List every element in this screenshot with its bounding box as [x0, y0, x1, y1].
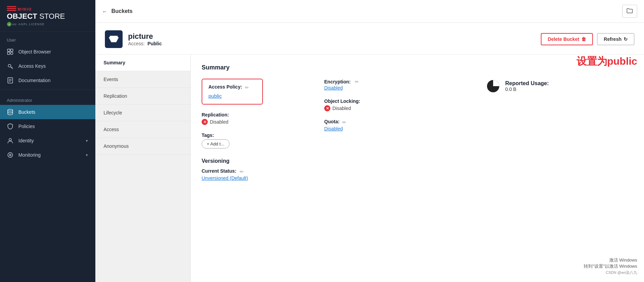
svg-rect-23 — [111, 41, 116, 42]
svg-text:A: A — [9, 23, 10, 26]
svg-rect-22 — [110, 40, 117, 41]
replication-field: Replication: ✕ Disabled — [202, 112, 311, 125]
svg-point-18 — [10, 154, 11, 156]
sidebar-item-access-keys[interactable]: Access Keys — [0, 59, 95, 73]
tags-field: Tags: + Add t... — [202, 132, 311, 148]
refresh-label: Refresh — [604, 36, 622, 42]
object-browser-icon — [7, 48, 14, 55]
access-keys-icon — [7, 63, 14, 69]
topbar-actions — [622, 5, 637, 18]
tab-replication[interactable]: Replication — [95, 88, 190, 105]
summary-title: Summary — [202, 64, 633, 71]
refresh-button[interactable]: Refresh ↻ — [597, 33, 634, 45]
svg-rect-6 — [7, 49, 10, 51]
versioning-section: Versioning Current Status: ✏ Unversioned… — [202, 158, 633, 181]
topbar: ← Buckets — [95, 0, 644, 23]
sidebar-item-monitoring[interactable]: Monitoring ▼ — [0, 148, 95, 162]
svg-point-9 — [11, 52, 13, 54]
quota-value[interactable]: Disabled — [324, 126, 343, 131]
tab-navigation: Summary Events Replication Lifecycle Acc… — [95, 54, 191, 282]
bucket-icon — [105, 30, 123, 48]
sidebar-item-policies[interactable]: Policies — [0, 119, 95, 134]
identity-chevron-icon: ▼ — [85, 139, 89, 143]
current-status-edit-icon[interactable]: ✏ — [240, 169, 244, 174]
summary-panel: 设置为public Summary Access Policy: ✏ pub — [191, 54, 644, 282]
svg-rect-2 — [7, 6, 16, 7]
svg-point-15 — [8, 109, 13, 111]
encryption-edit-icon[interactable]: ✏ — [355, 79, 359, 84]
tab-summary[interactable]: Summary — [95, 54, 190, 71]
sidebar-item-label: Access Keys — [18, 63, 46, 69]
content-area: Summary Events Replication Lifecycle Acc… — [95, 54, 644, 282]
tags-label: Tags: — [202, 132, 311, 138]
tab-anonymous[interactable]: Anonymous — [95, 138, 190, 155]
access-policy-field: Access Policy: ✏ public — [202, 79, 311, 105]
replication-disabled-icon: ✕ — [202, 119, 208, 125]
sidebar-item-buckets[interactable]: Buckets — [0, 105, 95, 119]
refresh-icon: ↻ — [624, 36, 628, 42]
quota-edit-icon[interactable]: ✏ — [342, 120, 346, 125]
objectstore-label: OBJECT STORE — [7, 12, 89, 20]
delete-bucket-button[interactable]: Delete Bucket 🗑 — [541, 33, 593, 45]
bucket-access: Access: Public — [128, 41, 162, 46]
bucket-info: picture Access: Public — [105, 30, 162, 48]
usage-pie-chart — [486, 79, 501, 94]
bucket-name: picture — [128, 32, 162, 41]
sidebar-item-object-browser[interactable]: Object Browser — [0, 45, 95, 59]
main-content: ← Buckets picture Ac — [95, 0, 644, 282]
sidebar-item-documentation[interactable]: Documentation — [0, 73, 95, 88]
object-locking-field: Object Locking: ✕ Disabled — [324, 98, 472, 111]
identity-icon — [7, 137, 14, 144]
object-locking-value: ✕ Disabled — [324, 105, 472, 111]
encryption-label: Encryption: — [324, 79, 351, 84]
quota-field: Quota: ✏ Disabled — [324, 119, 472, 132]
documentation-icon — [7, 77, 14, 84]
replication-value: ✕ Disabled — [202, 119, 311, 125]
versioning-title: Versioning — [202, 158, 633, 164]
tab-lifecycle[interactable]: Lifecycle — [95, 105, 190, 121]
folder-button[interactable] — [622, 5, 637, 18]
reported-usage-value: 0.0 B — [505, 87, 549, 92]
sidebar: MINIO OBJECT STORE AAGPL AGPL LICENSE Us… — [0, 0, 95, 282]
svg-rect-1 — [7, 10, 16, 11]
svg-rect-7 — [11, 49, 13, 51]
trash-icon: 🗑 — [581, 36, 586, 42]
policies-icon — [7, 123, 14, 130]
sidebar-item-label: Identity — [18, 138, 34, 143]
current-status-value[interactable]: Unversioned (Default) — [202, 175, 248, 181]
tab-access[interactable]: Access — [95, 121, 190, 138]
access-policy-box: Access Policy: ✏ public — [202, 79, 263, 105]
sidebar-item-identity[interactable]: Identity ▼ — [0, 134, 95, 148]
encryption-field: Encryption: ✏ Disabled — [324, 79, 472, 91]
access-policy-value[interactable]: public — [208, 93, 222, 99]
license-area: AAGPL AGPL LICENSE — [7, 22, 89, 27]
svg-rect-20 — [109, 37, 119, 38]
monitoring-icon — [7, 152, 14, 158]
tab-events[interactable]: Events — [95, 71, 190, 88]
sidebar-item-label: Monitoring — [18, 152, 41, 158]
encryption-value[interactable]: Disabled — [324, 85, 343, 91]
reported-usage-area: Reported Usage: 0.0 B — [486, 79, 633, 94]
monitoring-chevron-icon: ▼ — [85, 153, 89, 157]
access-policy-label: Access Policy: — [208, 84, 242, 90]
license-label: AGPL LICENSE — [18, 22, 45, 26]
sidebar-item-label: Policies — [18, 124, 35, 129]
user-section-label: User — [0, 32, 95, 45]
svg-rect-19 — [110, 36, 118, 37]
quota-label: Quota: — [324, 119, 340, 124]
svg-point-16 — [9, 139, 12, 141]
access-policy-edit-icon[interactable]: ✏ — [245, 85, 249, 90]
back-arrow-icon[interactable]: ← — [102, 9, 107, 14]
add-tag-button[interactable]: + Add t... — [202, 139, 230, 148]
svg-rect-0 — [7, 8, 16, 9]
bucket-actions: Delete Bucket 🗑 Refresh ↻ — [541, 33, 634, 45]
minio-label: MINIO — [18, 7, 32, 11]
object-locking-disabled-icon: ✕ — [324, 105, 330, 111]
breadcrumb-label: Buckets — [111, 8, 132, 14]
breadcrumb: ← Buckets — [102, 8, 132, 14]
bucket-header: picture Access: Public Delete Bucket 🗑 R… — [95, 23, 644, 54]
replication-label: Replication: — [202, 112, 311, 118]
delete-bucket-label: Delete Bucket — [548, 36, 579, 42]
sidebar-item-label: Buckets — [18, 109, 35, 115]
admin-section-label: Administrator — [0, 92, 95, 105]
